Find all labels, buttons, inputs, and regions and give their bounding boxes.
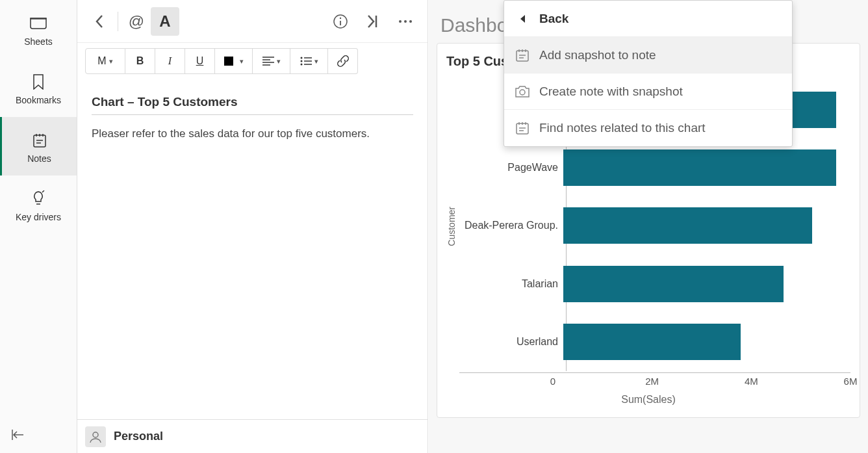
x-tick: 6M <box>844 376 858 387</box>
sidebar-item-keydrivers[interactable]: Key drivers <box>0 175 77 234</box>
x-axis: 02M4M6M <box>553 376 850 391</box>
note-add-icon <box>515 47 530 63</box>
chevron-down-icon: ▾ <box>277 57 281 66</box>
notes-icon <box>32 131 47 149</box>
sidebar-bottom <box>0 417 77 453</box>
text-format-button[interactable]: A <box>151 7 179 36</box>
svg-rect-34 <box>517 123 528 134</box>
svg-point-33 <box>520 90 525 95</box>
back-button[interactable] <box>85 7 114 36</box>
svg-rect-0 <box>34 135 45 147</box>
font-size-label: M <box>97 55 106 67</box>
svg-point-24 <box>300 64 302 66</box>
chevron-down-icon: ▾ <box>314 57 318 66</box>
bold-button[interactable]: B <box>125 48 155 74</box>
svg-point-26 <box>93 432 98 437</box>
person-icon <box>89 430 102 443</box>
next-button[interactable] <box>359 7 387 36</box>
menu-back[interactable]: Back <box>504 1 792 37</box>
avatar[interactable] <box>85 426 106 447</box>
sidebar-item-label: Key drivers <box>16 212 61 222</box>
bookmark-icon <box>32 73 44 91</box>
note-scope-label: Personal <box>114 430 163 443</box>
menu-label: Create note with snapshot <box>539 84 683 99</box>
menu-find-notes[interactable]: Find notes related to this chart <box>504 110 792 146</box>
bar-label: PageWave <box>459 162 563 174</box>
y-axis-label: Customer <box>446 207 457 246</box>
collapse-sidebar-button[interactable] <box>10 427 26 443</box>
sidebar-item-label: Notes <box>27 153 51 164</box>
bar-row: Userland <box>459 318 850 365</box>
note-toolbar-top: @ A <box>77 0 428 43</box>
lightbulb-icon <box>31 190 45 208</box>
menu-label: Add snapshot to note <box>539 48 656 62</box>
left-sidebar: Sheets Bookmarks Notes Key drivers <box>0 0 77 453</box>
bar-track <box>563 266 850 302</box>
menu-label: Back <box>539 12 568 26</box>
list-selector[interactable]: ▾ <box>290 48 328 74</box>
x-tick: 0 <box>550 376 555 387</box>
svg-point-13 <box>399 20 402 23</box>
menu-label: Find notes related to this chart <box>539 121 706 135</box>
svg-rect-27 <box>517 51 528 61</box>
notes-panel: @ A M ▾ B I U ▾ ▾ <box>77 0 428 453</box>
underline-button[interactable]: U <box>185 48 215 74</box>
text-align-selector[interactable]: ▾ <box>253 48 290 74</box>
text-color-selector[interactable]: ▾ <box>215 48 253 74</box>
italic-button[interactable]: I <box>155 48 185 74</box>
list-icon <box>300 57 312 66</box>
bar[interactable] <box>563 207 812 244</box>
bar[interactable] <box>563 324 741 360</box>
bar-track <box>563 207 850 244</box>
sidebar-item-label: Sheets <box>24 36 53 47</box>
chevron-down-icon: ▾ <box>240 57 244 66</box>
caret-left-icon <box>515 11 530 27</box>
bar-label: Deak-Perera Group. <box>459 220 563 231</box>
chart-context-menu: Back Add snapshot to note Create note wi… <box>504 0 793 147</box>
info-button[interactable] <box>326 7 355 36</box>
font-size-selector[interactable]: M ▾ <box>85 48 125 74</box>
bar-row: PageWave <box>459 144 850 191</box>
bar-row: Talarian <box>459 261 850 307</box>
more-options-button[interactable] <box>391 7 420 36</box>
menu-add-snapshot[interactable]: Add snapshot to note <box>504 37 792 73</box>
svg-point-20 <box>300 57 302 59</box>
x-tick: 4M <box>745 376 758 387</box>
x-axis-label: Sum(Sales) <box>446 394 850 406</box>
mention-button[interactable]: @ <box>122 7 151 36</box>
svg-point-10 <box>340 17 341 18</box>
note-title: Chart – Top 5 Customers <box>92 95 413 115</box>
x-tick: 2M <box>645 376 659 387</box>
bar-track <box>563 149 850 186</box>
svg-point-15 <box>409 20 412 23</box>
text-format-toolbar: M ▾ B I U ▾ ▾ ▾ <box>77 43 428 79</box>
camera-icon <box>515 84 530 99</box>
bar-label: Talarian <box>459 278 563 290</box>
bar-row: Deak-Perera Group. <box>459 202 850 249</box>
svg-line-7 <box>42 190 44 192</box>
sheets-icon <box>30 14 47 32</box>
sidebar-item-bookmarks[interactable]: Bookmarks <box>0 58 77 117</box>
sidebar-item-label: Bookmarks <box>16 95 61 105</box>
svg-point-22 <box>300 60 302 62</box>
bar-label: Userland <box>459 336 563 348</box>
menu-create-note[interactable]: Create note with snapshot <box>504 73 792 110</box>
note-body: Pleaser refer to the sales data for our … <box>92 125 413 142</box>
note-editor[interactable]: Chart – Top 5 Customers Pleaser refer to… <box>77 79 428 419</box>
chevron-down-icon: ▾ <box>109 57 113 66</box>
note-search-icon <box>515 120 530 136</box>
link-icon <box>337 55 350 68</box>
color-swatch <box>224 57 233 66</box>
align-left-icon <box>262 57 274 66</box>
svg-point-14 <box>404 20 407 23</box>
link-button[interactable] <box>328 48 358 74</box>
bar[interactable] <box>563 266 784 302</box>
sidebar-item-notes[interactable]: Notes <box>0 117 77 175</box>
sidebar-item-sheets[interactable]: Sheets <box>0 0 77 58</box>
bar-track <box>563 324 850 360</box>
divider <box>118 12 118 31</box>
note-footer: Personal <box>77 419 428 453</box>
bar[interactable] <box>563 149 836 186</box>
